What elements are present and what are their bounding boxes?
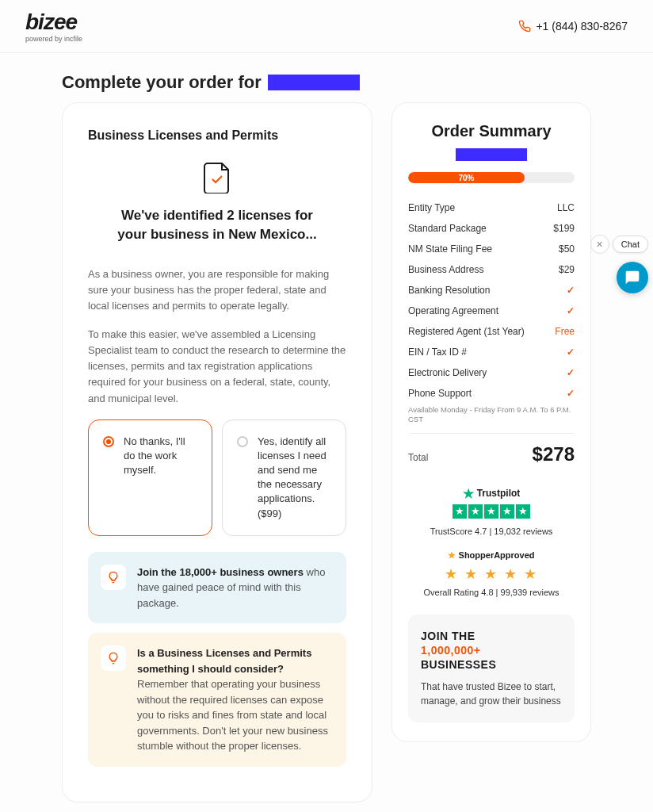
check-icon: ✓ bbox=[567, 347, 575, 358]
shopper-rating: Overall Rating 4.8 | 99,939 reviews bbox=[408, 588, 575, 597]
trustpilot-score: TrustScore 4.7 | 19,032 reviews bbox=[408, 527, 575, 536]
summary-title: Order Summary bbox=[408, 122, 575, 140]
main-card: Business Licenses and Permits We've iden… bbox=[62, 102, 372, 802]
chat-close-button[interactable]: ✕ bbox=[590, 235, 609, 254]
phone-link[interactable]: +1 (844) 830-8267 bbox=[518, 20, 628, 33]
option-no-label: No thanks, I'll do the work myself. bbox=[124, 435, 197, 521]
radio-icon bbox=[237, 436, 248, 447]
total-label: Total bbox=[408, 452, 428, 463]
paragraph-2: To make this easier, we've assembled a L… bbox=[88, 327, 346, 407]
total-amount: $278 bbox=[533, 443, 575, 465]
logo-text: bizee bbox=[25, 10, 82, 35]
logo-subtext: powered by incfile bbox=[25, 35, 82, 43]
join-callout: JOIN THE 1,000,000+ BUSINESSES That have… bbox=[408, 615, 575, 723]
section-title: Business Licenses and Permits bbox=[88, 128, 346, 143]
line-item: NM State Filing Fee$50 bbox=[408, 239, 575, 259]
phone-icon bbox=[518, 20, 531, 33]
lightbulb-icon bbox=[101, 565, 126, 590]
progress-bar: 70% bbox=[408, 172, 575, 183]
trustpilot-block: ★ Trustpilot ★★★★★ TrustScore 4.7 | 19,0… bbox=[408, 486, 575, 536]
radio-icon bbox=[103, 436, 114, 447]
star-icon: ★ bbox=[463, 486, 474, 501]
chat-bubble-button[interactable] bbox=[617, 262, 648, 293]
page-title: Complete your order for bbox=[0, 53, 653, 102]
chat-label[interactable]: Chat bbox=[613, 236, 648, 253]
document-check-icon bbox=[88, 162, 346, 193]
line-item: Registered Agent (1st Year)Free bbox=[408, 321, 575, 342]
line-item: Standard Package$199 bbox=[408, 218, 575, 239]
chat-widget: ✕ Chat bbox=[590, 235, 648, 254]
order-summary-card: Order Summary 70% Entity TypeLLCStandard… bbox=[391, 102, 591, 742]
chat-icon bbox=[624, 270, 640, 285]
line-item: Entity TypeLLC bbox=[408, 197, 575, 218]
paragraph-1: As a business owner, you are responsible… bbox=[88, 266, 346, 314]
line-item: Operating Agreement✓ bbox=[408, 301, 575, 321]
line-item: EIN / Tax ID #✓ bbox=[408, 342, 575, 362]
trustpilot-stars: ★★★★★ bbox=[453, 504, 530, 519]
join-body: That have trusted Bizee to start, manage… bbox=[421, 680, 562, 708]
option-group: No thanks, I'll do the work myself. Yes,… bbox=[88, 419, 346, 536]
redacted-company-name bbox=[268, 75, 360, 90]
shopper-stars: ★ ★ ★ ★ ★ bbox=[408, 565, 575, 583]
line-item: Banking Resolution✓ bbox=[408, 280, 575, 301]
info-join-owners: Join the 18,000+ business owners who hav… bbox=[88, 552, 346, 624]
logo[interactable]: bizee powered by incfile bbox=[25, 10, 82, 43]
check-icon: ✓ bbox=[567, 367, 575, 378]
check-icon: ✓ bbox=[567, 285, 575, 296]
info-consider: Is a Business Licenses and Permits somet… bbox=[88, 633, 346, 767]
header: bizee powered by incfile +1 (844) 830-82… bbox=[0, 0, 653, 53]
line-item: Phone Support✓ bbox=[408, 383, 575, 404]
total-row: Total $278 bbox=[408, 433, 575, 465]
phone-number: +1 (844) 830-8267 bbox=[536, 20, 628, 33]
check-icon: ✓ bbox=[567, 305, 575, 316]
fine-print: Available Monday - Friday From 9 A.M. To… bbox=[408, 405, 575, 425]
line-items: Entity TypeLLCStandard Package$199NM Sta… bbox=[408, 197, 575, 404]
option-yes-label: Yes, identify all licenses I need and se… bbox=[258, 435, 331, 521]
line-item: Business Address$29 bbox=[408, 259, 575, 280]
option-no-thanks[interactable]: No thanks, I'll do the work myself. bbox=[88, 419, 212, 536]
shopper-approved-block: ★ ShopperApproved ★ ★ ★ ★ ★ Overall Rati… bbox=[408, 550, 575, 597]
redacted-summary-name bbox=[456, 148, 527, 161]
check-icon: ✓ bbox=[567, 388, 575, 399]
progress-fill: 70% bbox=[408, 172, 525, 183]
identified-heading: We've identified 2 licenses for your bus… bbox=[88, 206, 346, 244]
option-yes-identify[interactable]: Yes, identify all licenses I need and se… bbox=[222, 419, 346, 536]
lightbulb-icon bbox=[101, 645, 126, 671]
line-item: Electronic Delivery✓ bbox=[408, 362, 575, 383]
